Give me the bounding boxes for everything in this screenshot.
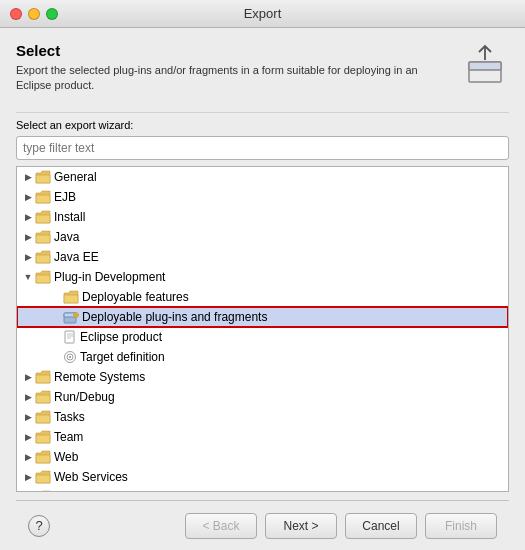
label-ejb: EJB bbox=[54, 190, 76, 204]
header-section: Select Export the selected plug-ins and/… bbox=[16, 42, 509, 94]
folder-icon-deployable-features bbox=[63, 290, 79, 304]
tree-item-target-definition[interactable]: Target definition bbox=[17, 347, 508, 367]
minimize-button[interactable] bbox=[28, 8, 40, 20]
filter-input[interactable] bbox=[16, 136, 509, 160]
window-title: Export bbox=[244, 6, 282, 21]
label-tasks: Tasks bbox=[54, 410, 85, 424]
window-controls bbox=[10, 8, 58, 20]
label-deployable-plugins: Deployable plug-ins and fragments bbox=[82, 310, 267, 324]
main-content: Select Export the selected plug-ins and/… bbox=[0, 28, 525, 550]
tree-item-eclipse-product[interactable]: Eclipse product bbox=[17, 327, 508, 347]
maximize-button[interactable] bbox=[46, 8, 58, 20]
target-icon bbox=[63, 350, 77, 364]
plugin-icon bbox=[63, 310, 79, 324]
folder-icon-web-services bbox=[35, 470, 51, 484]
tree-item-web[interactable]: Web bbox=[17, 447, 508, 467]
folder-icon-plugin-dev bbox=[35, 270, 51, 284]
toggle-plugin-dev[interactable] bbox=[21, 270, 35, 284]
folder-icon-team bbox=[35, 430, 51, 444]
tree-item-javaee[interactable]: Java EE bbox=[17, 247, 508, 267]
label-install: Install bbox=[54, 210, 85, 224]
toggle-tasks[interactable] bbox=[21, 410, 35, 424]
page-title: Select bbox=[16, 42, 451, 59]
tree-item-general[interactable]: General bbox=[17, 167, 508, 187]
label-javaee: Java EE bbox=[54, 250, 99, 264]
label-xml: XML bbox=[54, 490, 79, 492]
folder-icon-install bbox=[35, 210, 51, 224]
tree-item-java[interactable]: Java bbox=[17, 227, 508, 247]
svg-rect-1 bbox=[469, 62, 501, 70]
tree-item-remote-systems[interactable]: Remote Systems bbox=[17, 367, 508, 387]
back-button[interactable]: < Back bbox=[185, 513, 257, 539]
label-plugin-dev: Plug-in Development bbox=[54, 270, 165, 284]
label-general: General bbox=[54, 170, 97, 184]
cancel-button[interactable]: Cancel bbox=[345, 513, 417, 539]
label-target-definition: Target definition bbox=[80, 350, 165, 364]
toggle-web[interactable] bbox=[21, 450, 35, 464]
document-icon bbox=[63, 330, 77, 344]
label-java: Java bbox=[54, 230, 79, 244]
folder-icon-remote-systems bbox=[35, 370, 51, 384]
toggle-remote-systems[interactable] bbox=[21, 370, 35, 384]
close-button[interactable] bbox=[10, 8, 22, 20]
toggle-general[interactable] bbox=[21, 170, 35, 184]
tree-item-web-services[interactable]: Web Services bbox=[17, 467, 508, 487]
page-description: Export the selected plug-ins and/or frag… bbox=[16, 63, 451, 94]
folder-icon-general bbox=[35, 170, 51, 184]
svg-point-14 bbox=[69, 356, 71, 358]
export-icon-svg bbox=[463, 44, 507, 88]
action-buttons: < Back Next > Cancel Finish bbox=[185, 513, 497, 539]
tree-item-ejb[interactable]: EJB bbox=[17, 187, 508, 207]
tree-item-xml[interactable]: XML bbox=[17, 487, 508, 492]
tree-item-team[interactable]: Team bbox=[17, 427, 508, 447]
label-deployable-features: Deployable features bbox=[82, 290, 189, 304]
folder-icon-java bbox=[35, 230, 51, 244]
folder-icon-web bbox=[35, 450, 51, 464]
export-icon bbox=[461, 42, 509, 90]
toggle-web-services[interactable] bbox=[21, 470, 35, 484]
finish-button[interactable]: Finish bbox=[425, 513, 497, 539]
folder-icon-javaee bbox=[35, 250, 51, 264]
next-button[interactable]: Next > bbox=[265, 513, 337, 539]
wizard-tree[interactable]: General EJB Install bbox=[16, 166, 509, 492]
label-remote-systems: Remote Systems bbox=[54, 370, 145, 384]
tree-item-deployable-plugins[interactable]: Deployable plug-ins and fragments bbox=[17, 307, 508, 327]
header-divider bbox=[16, 112, 509, 113]
folder-icon-ejb bbox=[35, 190, 51, 204]
folder-icon-tasks bbox=[35, 410, 51, 424]
titlebar: Export bbox=[0, 0, 525, 28]
folder-icon-run-debug bbox=[35, 390, 51, 404]
tree-item-run-debug[interactable]: Run/Debug bbox=[17, 387, 508, 407]
label-team: Team bbox=[54, 430, 83, 444]
toggle-ejb[interactable] bbox=[21, 190, 35, 204]
label-eclipse-product: Eclipse product bbox=[80, 330, 162, 344]
tree-item-plugin-dev[interactable]: Plug-in Development bbox=[17, 267, 508, 287]
toggle-java[interactable] bbox=[21, 230, 35, 244]
wizard-label: Select an export wizard: bbox=[16, 119, 509, 131]
toggle-install[interactable] bbox=[21, 210, 35, 224]
svg-rect-8 bbox=[65, 331, 74, 343]
toggle-team[interactable] bbox=[21, 430, 35, 444]
help-button[interactable]: ? bbox=[28, 515, 50, 537]
label-web-services: Web Services bbox=[54, 470, 128, 484]
toggle-run-debug[interactable] bbox=[21, 390, 35, 404]
label-run-debug: Run/Debug bbox=[54, 390, 115, 404]
label-web: Web bbox=[54, 450, 78, 464]
tree-item-tasks[interactable]: Tasks bbox=[17, 407, 508, 427]
toggle-xml[interactable] bbox=[21, 490, 35, 492]
toggle-javaee[interactable] bbox=[21, 250, 35, 264]
tree-item-install[interactable]: Install bbox=[17, 207, 508, 227]
tree-item-deployable-features[interactable]: Deployable features bbox=[17, 287, 508, 307]
bottom-bar: ? < Back Next > Cancel Finish bbox=[16, 500, 509, 550]
folder-icon-xml bbox=[35, 490, 51, 492]
